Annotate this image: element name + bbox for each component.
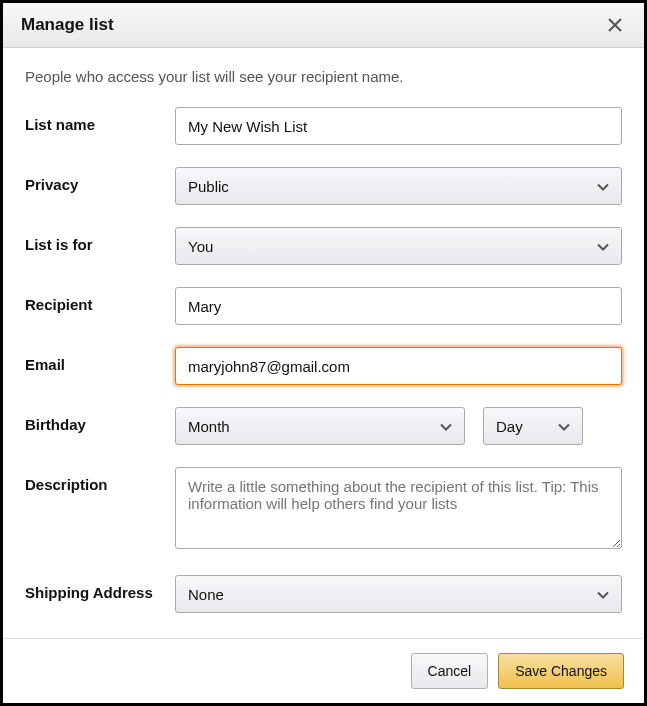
label-birthday: Birthday [25,407,175,433]
shipping-value: None [188,586,224,603]
list-name-input[interactable] [175,107,622,145]
row-description: Description [25,467,622,553]
recipient-visibility-note: People who access your list will see you… [25,68,622,85]
birthday-month-value: Month [188,418,230,435]
row-email: Email [25,347,622,385]
label-shipping: Shipping Address [25,575,175,601]
shipping-select[interactable]: None [175,575,622,613]
label-email: Email [25,347,175,373]
recipient-input[interactable] [175,287,622,325]
row-shipping: Shipping Address None [25,575,622,613]
row-list-name: List name [25,107,622,145]
privacy-value: Public [188,178,229,195]
row-recipient: Recipient [25,287,622,325]
close-icon[interactable] [604,15,626,35]
dialog-title: Manage list [21,15,114,35]
label-list-is-for: List is for [25,227,175,253]
privacy-select[interactable]: Public [175,167,622,205]
dialog-header: Manage list [3,3,644,48]
save-button[interactable]: Save Changes [498,653,624,689]
list-is-for-select[interactable]: You [175,227,622,265]
label-list-name: List name [25,107,175,133]
chevron-down-icon [597,586,609,603]
row-privacy: Privacy Public [25,167,622,205]
cancel-button[interactable]: Cancel [411,653,489,689]
dialog-body: People who access your list will see you… [3,48,644,638]
chevron-down-icon [597,178,609,195]
chevron-down-icon [597,238,609,255]
chevron-down-icon [558,418,570,435]
dialog-footer: Cancel Save Changes [3,638,644,703]
row-list-is-for: List is for You [25,227,622,265]
email-input[interactable] [175,347,622,385]
manage-list-dialog: Manage list People who access your list … [0,0,647,706]
list-is-for-value: You [188,238,213,255]
scroll-area[interactable]: People who access your list will see you… [3,48,644,638]
label-privacy: Privacy [25,167,175,193]
row-birthday: Birthday Month Day [25,407,622,445]
label-recipient: Recipient [25,287,175,313]
birthday-month-select[interactable]: Month [175,407,465,445]
birthday-day-value: Day [496,418,523,435]
label-description: Description [25,467,175,493]
description-textarea[interactable] [175,467,622,549]
birthday-day-select[interactable]: Day [483,407,583,445]
chevron-down-icon [440,418,452,435]
